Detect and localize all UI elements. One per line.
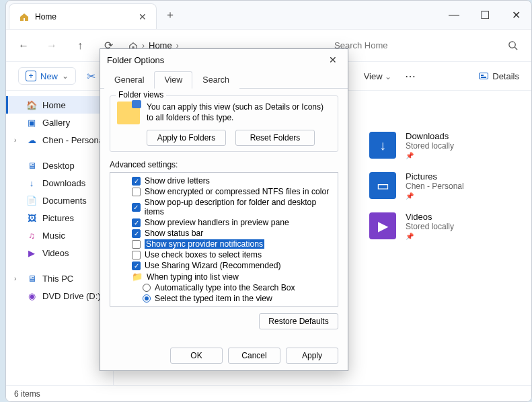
adv-setting-item[interactable]: ✓Show pop-up description for folder and …	[114, 197, 334, 217]
nav-music[interactable]: ♫Music	[6, 227, 113, 244]
adv-setting-item[interactable]: ✓Use Sharing Wizard (Recommended)	[114, 260, 334, 271]
apply-button[interactable]: Apply	[286, 348, 338, 364]
reset-folders-button[interactable]: Reset Folders	[235, 130, 315, 146]
adv-setting-item[interactable]: ✓Show status bar	[114, 228, 334, 239]
pin-icon: 📌	[406, 233, 454, 240]
folder-options-dialog: Folder Options ✕ General View Search Fol…	[100, 48, 348, 371]
home-icon: 🏠	[26, 99, 37, 110]
folder-icon: ▭	[369, 172, 396, 199]
qa-name: Pictures	[406, 171, 464, 182]
forward-button[interactable]: →	[38, 34, 65, 58]
nav-label: Desktop	[42, 161, 75, 171]
nav-home[interactable]: 🏠Home	[6, 96, 113, 114]
radio-icon[interactable]	[143, 294, 151, 303]
ok-button[interactable]: OK	[170, 348, 223, 364]
back-button[interactable]: ←	[10, 34, 37, 58]
document-icon: 📄	[26, 195, 37, 206]
dialog-close-button[interactable]: ✕	[325, 53, 341, 67]
tab-view[interactable]: View	[154, 71, 192, 89]
new-button[interactable]: + New ⌄	[18, 67, 76, 85]
desktop-icon: 🖥	[26, 160, 37, 171]
nav-label: Gallery	[42, 118, 70, 128]
view-menu-button[interactable]: View ⌄	[364, 71, 392, 81]
disc-icon: ◉	[26, 290, 37, 301]
nav-videos[interactable]: ▶Videos	[6, 244, 113, 262]
advanced-settings-list[interactable]: ✓Show drive lettersShow encrypted or com…	[110, 172, 338, 307]
adv-setting-item[interactable]: Automatically type into the Search Box	[114, 282, 334, 293]
nav-pane: 🏠Home ▣Gallery ›☁Chen - Personal 🖥Deskto…	[6, 91, 114, 385]
nav-pictures[interactable]: 🖼Pictures	[6, 209, 113, 227]
pc-icon: 🖥	[26, 273, 37, 284]
checkbox-icon[interactable]: ✓	[132, 229, 141, 238]
cancel-button[interactable]: Cancel	[228, 348, 280, 364]
restore-defaults-button[interactable]: Restore Defaults	[259, 313, 338, 329]
nav-downloads[interactable]: ↓Downloads	[6, 174, 113, 192]
search-icon[interactable]	[498, 40, 527, 50]
nav-desktop[interactable]: 🖥Desktop	[6, 157, 113, 174]
chevron-right-icon[interactable]: ›	[14, 136, 16, 144]
tab-close-icon[interactable]: ✕	[139, 11, 147, 22]
up-button[interactable]: ↑	[67, 34, 93, 58]
more-button[interactable]: ⋯	[400, 70, 422, 83]
adv-label: Show pop-up description for folder and d…	[145, 198, 334, 216]
details-view-button[interactable]: Details	[479, 71, 519, 81]
nav-thispc[interactable]: ›🖥This PC	[6, 270, 113, 287]
nav-gallery[interactable]: ▣Gallery	[6, 114, 113, 131]
tab-search[interactable]: Search	[192, 71, 239, 89]
close-button[interactable]: ✕	[500, 1, 531, 29]
new-tab-button[interactable]: ＋	[157, 1, 184, 29]
search-input[interactable]	[329, 35, 497, 56]
nav-label: Music	[42, 231, 65, 241]
minimize-button[interactable]: —	[439, 1, 469, 29]
adv-setting-item[interactable]: 📁When typing into list view	[114, 271, 334, 282]
checkbox-icon[interactable]	[132, 240, 141, 249]
checkbox-icon[interactable]	[132, 251, 141, 259]
checkbox-icon[interactable]: ✓	[132, 203, 141, 212]
adv-label: Show drive letters	[145, 176, 210, 186]
radio-icon[interactable]	[143, 284, 151, 292]
maximize-button[interactable]: ☐	[469, 1, 500, 29]
checkbox-icon[interactable]: ✓	[132, 218, 141, 227]
view-label: View	[364, 71, 383, 81]
adv-setting-item[interactable]: ✓Show drive letters	[114, 175, 334, 186]
folder-icon: 📁	[132, 272, 143, 282]
nav-documents[interactable]: 📄Documents	[6, 192, 113, 209]
nav-label: DVD Drive (D:)	[42, 291, 101, 301]
dialog-titlebar[interactable]: Folder Options ✕	[100, 49, 348, 71]
adv-setting-item[interactable]: 🗂Navigation pane	[114, 304, 334, 307]
adv-setting-item[interactable]: Show encrypted or compressed NTFS files …	[114, 186, 334, 197]
qa-item[interactable]: ▶ Videos Stored locally 📌	[369, 212, 518, 240]
qa-item[interactable]: ↓ Downloads Stored locally 📌	[369, 131, 518, 159]
advanced-settings-label: Advanced settings:	[110, 160, 338, 169]
checkbox-icon[interactable]: ✓	[132, 262, 141, 270]
checkbox-icon[interactable]	[132, 188, 141, 196]
pictures-icon: 🖼	[26, 212, 37, 223]
home-icon	[19, 11, 30, 22]
plus-icon: +	[26, 71, 36, 81]
adv-label: Show preview handlers in preview pane	[145, 218, 289, 227]
checkbox-icon[interactable]: ✓	[132, 177, 141, 186]
nav-dvd[interactable]: ◉DVD Drive (D:)	[6, 287, 113, 305]
item-count: 6 items	[14, 389, 40, 399]
restore-defaults-row: Restore Defaults	[110, 313, 338, 329]
music-icon: ♫	[26, 230, 37, 241]
adv-setting-item[interactable]: Show sync provider notifications	[114, 239, 334, 249]
cloud-icon: ☁	[26, 134, 37, 145]
apply-to-folders-button[interactable]: Apply to Folders	[147, 130, 226, 146]
qa-name: Videos	[406, 212, 454, 222]
adv-label: Use Sharing Wizard (Recommended)	[145, 261, 281, 270]
nav-personal[interactable]: ›☁Chen - Personal	[6, 131, 113, 149]
adv-setting-item[interactable]: Select the typed item in the view	[114, 293, 334, 304]
qa-item[interactable]: ▭ Pictures Chen - Personal 📌	[369, 171, 518, 200]
adv-setting-item[interactable]: ✓Show preview handlers in preview pane	[114, 217, 334, 228]
adv-setting-item[interactable]: Use check boxes to select items	[114, 249, 334, 260]
tab-home[interactable]: Home ✕	[9, 3, 157, 29]
tab-general[interactable]: General	[104, 71, 154, 89]
chevron-right-icon[interactable]: ›	[14, 275, 16, 282]
adv-label: When typing into list view	[147, 272, 239, 282]
nav-label: Videos	[42, 248, 69, 258]
cut-icon[interactable]: ✂	[84, 67, 98, 85]
adv-label: Show encrypted or compressed NTFS files …	[145, 187, 329, 196]
dialog-title: Folder Options	[107, 55, 164, 65]
quick-access-list: ↓ Downloads Stored locally 📌 ▭ Pictures …	[369, 131, 518, 240]
